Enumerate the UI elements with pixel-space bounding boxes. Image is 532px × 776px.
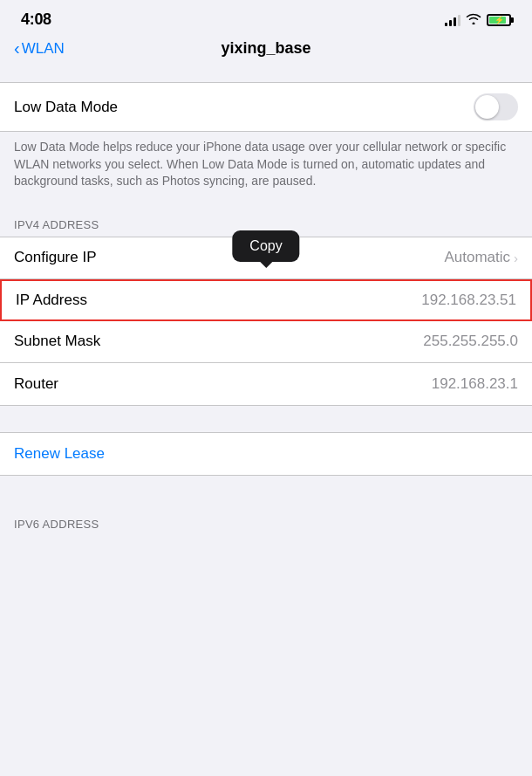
gap-section [0,406,532,432]
configure-ip-label: Configure IP [14,249,97,266]
ip-address-row[interactable]: IP Address 192.168.23.51 [0,279,532,321]
ip-address-container: Copy IP Address 192.168.23.51 [0,279,532,321]
status-bar: 4:08 ⚡ [0,0,532,34]
low-data-mode-row: Low Data Mode [0,83,532,131]
renew-lease-label[interactable]: Renew Lease [14,445,105,462]
ipv6-section: IPV6 ADDRESS [0,518,532,531]
back-label: WLAN [22,40,65,58]
battery-icon: ⚡ [487,14,511,26]
gap-section-2 [0,476,532,502]
low-data-mode-toggle[interactable] [474,93,518,120]
ipv4-card: Configure IP Automatic › Copy IP Address… [0,237,532,406]
toggle-knob [475,95,499,119]
nav-bar: ‹ WLAN yixing_base [0,34,532,66]
page-title: yixing_base [221,39,310,58]
configure-ip-row[interactable]: Configure IP Automatic › [0,237,532,279]
back-button[interactable]: ‹ WLAN [14,40,65,58]
ipv4-section: IPV4 ADDRESS Configure IP Automatic › Co… [0,218,532,406]
renew-lease-row[interactable]: Renew Lease [0,432,532,476]
status-icons: ⚡ [445,12,511,27]
configure-ip-chevron-icon: › [514,251,518,265]
ipv4-section-label: IPV4 ADDRESS [0,218,532,231]
router-row: Router 192.168.23.1 [0,363,532,405]
low-data-mode-label: Low Data Mode [14,99,118,116]
low-data-mode-section: Low Data Mode Low Data Mode helps reduce… [0,82,532,203]
back-chevron-icon: ‹ [14,39,20,57]
status-time: 4:08 [21,10,51,29]
subnet-mask-row: Subnet Mask 255.255.255.0 [0,321,532,363]
router-value: 192.168.23.1 [432,375,518,393]
ip-address-label: IP Address [16,292,87,309]
signal-icon [445,14,460,26]
wifi-icon [466,12,481,27]
subnet-mask-label: Subnet Mask [14,333,100,350]
ip-address-value: 192.168.23.51 [421,292,516,309]
configure-ip-value: Automatic [444,249,510,266]
low-data-mode-card: Low Data Mode [0,82,532,132]
ipv6-section-label: IPV6 ADDRESS [0,518,532,531]
router-label: Router [14,375,58,393]
subnet-mask-value: 255.255.255.0 [423,333,518,350]
low-data-mode-description: Low Data Mode helps reduce your iPhone d… [0,132,532,203]
configure-ip-value-group: Automatic › [444,249,518,266]
